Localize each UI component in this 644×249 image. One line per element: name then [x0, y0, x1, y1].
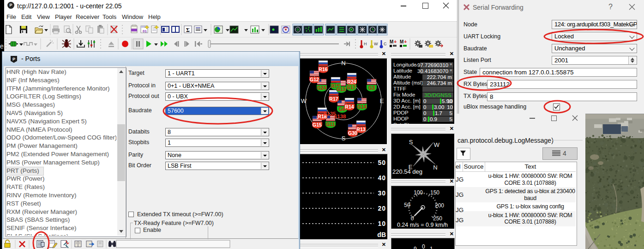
svg-text:S: S	[409, 139, 413, 146]
svg-text:G24: G24	[317, 85, 326, 91]
svg-text:W: W	[374, 42, 378, 46]
svg-text:R24: R24	[347, 79, 356, 85]
svg-text:G12: G12	[310, 77, 319, 82]
svg-text:S138: S138	[334, 114, 346, 119]
svg-text:G3: G3	[368, 85, 375, 91]
svg-text:H: H	[364, 42, 367, 46]
svg-text:0: 0	[411, 215, 414, 222]
svg-text:G11: G11	[326, 121, 335, 127]
svg-text:10: 10	[378, 220, 386, 227]
svg-text:N: N	[341, 60, 345, 67]
svg-text:100: 100	[414, 189, 423, 196]
svg-text:20: 20	[378, 205, 386, 212]
svg-text:W: W	[301, 97, 307, 104]
svg-text:Σ: Σ	[186, 27, 190, 33]
svg-text:250: 250	[433, 215, 442, 222]
svg-text:0.24 m/s = 0.9 km/h: 0.24 m/s = 0.9 km/h	[397, 222, 448, 228]
svg-text:C: C	[384, 42, 387, 46]
svg-text:50: 50	[404, 202, 410, 208]
svg-text:150: 150	[430, 189, 439, 196]
svg-text:30: 30	[378, 189, 386, 197]
svg-text:R13: R13	[356, 127, 365, 132]
svg-text:N: N	[433, 164, 437, 171]
svg-text:S: S	[342, 135, 346, 142]
svg-text:R14: R14	[345, 104, 354, 109]
svg-text:40: 40	[378, 174, 386, 182]
svg-text:220.54 deg: 220.54 deg	[392, 168, 422, 175]
svg-text:01: 01	[143, 29, 147, 33]
svg-text:G30: G30	[348, 130, 357, 136]
svg-text:dB: dB	[377, 231, 386, 238]
svg-text:G14: G14	[357, 104, 367, 109]
svg-text:R17: R17	[329, 96, 338, 102]
svg-text:+: +	[394, 39, 397, 44]
svg-text:P: P	[12, 57, 15, 61]
svg-text:G17: G17	[347, 85, 356, 90]
svg-text:G13: G13	[337, 86, 346, 92]
svg-text:M: M	[390, 39, 393, 44]
svg-text:W: W	[434, 141, 440, 148]
svg-text:G15: G15	[313, 122, 322, 128]
svg-text:50: 50	[378, 159, 386, 166]
svg-text:R16: R16	[319, 67, 327, 72]
svg-text:200: 200	[435, 202, 444, 209]
svg-text:+: +	[404, 39, 407, 44]
svg-text:M: M	[400, 39, 403, 44]
svg-text:E: E	[380, 97, 384, 104]
